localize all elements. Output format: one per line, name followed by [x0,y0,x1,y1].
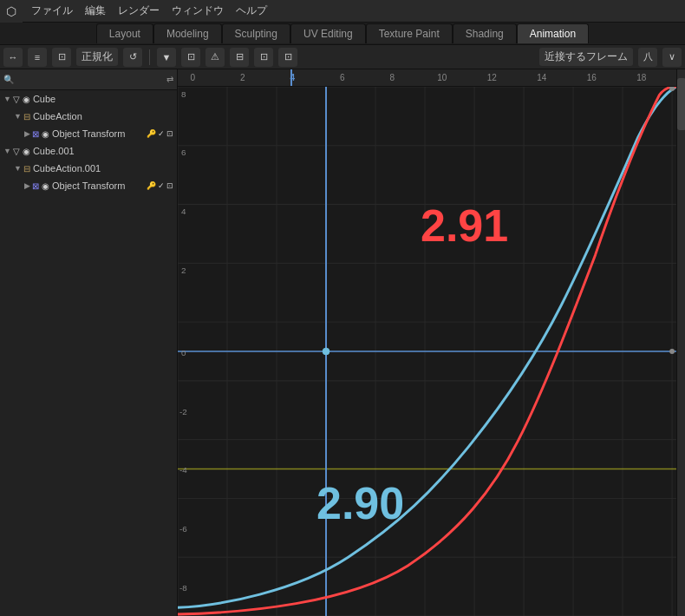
arrow-icon: ▼ [3,95,11,103]
outliner-object-transform-2[interactable]: ▶ ⊠ ◉ Object Transform 🔑 ✓ ⊡ [0,177,177,194]
right-scrollbar[interactable] [676,69,685,616]
box-icon: ⊡ [166,181,173,190]
svg-text:0: 0 [181,348,186,357]
menu-edit[interactable]: 編集 [80,2,111,20]
object-type-icon: ▽ [13,95,20,104]
red-curve-label: 2.91 [421,200,508,252]
tl-num-14: 14 [537,73,546,82]
outliner-cubeaction001[interactable]: ▼ ⊟ CubeAction.001 [0,160,177,177]
tl-num-18: 18 [636,73,646,82]
svg-text:6: 6 [181,147,186,157]
filter-lines-icon[interactable]: ⊟ [230,48,249,67]
scrollbar-thumb[interactable] [677,78,685,130]
action-type-icon: ⊟ [23,112,30,121]
outliner-cube[interactable]: ▼ ▽ ◉ Cube [0,90,177,108]
outliner-cube-name: Cube [33,94,173,104]
arrow-icon: ▼ [14,112,22,121]
tab-modeling[interactable]: Modeling [153,23,222,43]
svg-text:-2: -2 [179,407,187,416]
graph-svg: 8 6 4 2 0 -2 -4 -6 -8 [178,87,676,616]
transform-tool-icon[interactable]: ↔ [3,48,23,67]
near-frame-label[interactable]: 近接するフレーム [539,48,633,66]
search-input[interactable] [17,74,166,86]
toolbar-row: ↔ ≡ ⊡ 正規化 ↺ ▼ ⊡ ⚠ ⊟ ⊡ ⊡ 近接するフレーム 八 ∨ [0,45,685,69]
arrow-icon: ▼ [3,147,11,155]
frame-chevron-icon[interactable]: ∨ [662,48,682,67]
key-icon: 🔑 [147,129,156,138]
frame-count-icon[interactable]: 八 [638,48,657,67]
sync-icon[interactable]: ⇄ [166,75,173,84]
svg-text:2: 2 [181,265,186,275]
tl-num-16: 16 [587,73,597,82]
tab-sculpting[interactable]: Sculpting [222,23,290,43]
menu-help[interactable]: ヘルプ [231,2,272,20]
svg-text:-8: -8 [179,583,187,593]
svg-text:-6: -6 [179,524,187,534]
tl-num-6: 6 [340,73,345,82]
normalize-label[interactable]: 正規化 [76,48,118,66]
svg-text:4: 4 [181,206,186,216]
svg-text:8: 8 [181,89,186,99]
blender-logo: ⬡ [0,0,23,23]
key-icon: 🔑 [147,181,156,190]
filter-warn-icon[interactable]: ⚠ [206,48,225,67]
transform-type-icon: ⊠ [32,129,39,139]
blue-curve-label: 2.90 [316,477,404,529]
graph-editor[interactable]: 0 2 4 6 8 10 12 14 16 18 [178,69,676,616]
menu-render[interactable]: レンダー [113,2,165,20]
svg-text:-4: -4 [179,465,187,475]
outliner-object-transform-1[interactable]: ▶ ⊠ ◉ Object Transform 🔑 ✓ ⊡ [0,125,177,142]
arrow-icon: ▼ [14,164,22,173]
workspace-tabs: Layout Modeling Sculpting UV Editing Tex… [0,23,685,45]
tl-num-8: 8 [389,73,395,82]
outliner-cube001-name: Cube.001 [33,146,173,156]
transform-type-icon: ⊠ [32,181,39,191]
tab-animation[interactable]: Animation [517,23,589,43]
tab-shading[interactable]: Shading [453,23,517,43]
item-action-icons-1: 🔑 ✓ ⊡ [147,129,173,138]
menu-file[interactable]: ファイル [26,2,78,20]
filter-extra-icon[interactable]: ⊡ [278,48,297,67]
box-icon: ⊡ [166,129,173,138]
tab-texture-paint[interactable]: Texture Paint [366,23,453,43]
eye-icon: ◉ [23,95,30,104]
separator-1 [149,49,150,65]
menu-items: ファイル 編集 レンダー ウィンドウ ヘルプ [23,2,276,20]
eye-icon: ◉ [42,129,49,139]
refresh-icon[interactable]: ↺ [123,48,142,67]
graph-canvas[interactable]: 8 6 4 2 0 -2 -4 -6 -8 [178,87,676,616]
tl-num-10: 10 [437,73,447,82]
tab-uv-editing[interactable]: UV Editing [290,23,366,43]
arrow-icon: ▶ [24,129,30,138]
filter-box-icon[interactable]: ⊡ [181,48,200,67]
filter-view-icon[interactable]: ⊡ [254,48,273,67]
eye-icon: ◉ [42,181,49,191]
top-menu-bar: ⬡ ファイル 編集 レンダー ウィンドウ ヘルプ [0,0,685,23]
main-area: 🔍 ⇄ ▼ ▽ ◉ Cube ▼ ⊟ CubeAction ▶ ⊠ ◉ Obje… [0,69,685,616]
tab-layout[interactable]: Layout [96,23,153,43]
outliner-panel: 🔍 ⇄ ▼ ▽ ◉ Cube ▼ ⊟ CubeAction ▶ ⊠ ◉ Obje… [0,69,178,616]
search-bar: 🔍 ⇄ [0,69,177,90]
check-icon: ✓ [158,129,165,138]
timeline-numbers: 0 2 4 6 8 10 12 14 16 18 [178,69,676,87]
outliner-cube001[interactable]: ▼ ▽ ◉ Cube.001 [0,142,177,160]
object-type-icon: ▽ [13,147,20,156]
outliner-transform-name-1: Object Transform [52,128,145,139]
outliner-cubeaction[interactable]: ▼ ⊟ CubeAction [0,108,177,125]
search-icon: 🔍 [3,75,14,84]
normalize-box-icon[interactable]: ⊡ [52,48,71,67]
filter-dropdown-icon[interactable]: ▼ [157,48,176,67]
check-icon: ✓ [158,181,165,190]
outliner-transform-name-2: Object Transform [52,180,145,191]
tl-num-12: 12 [487,73,497,82]
action-type-icon: ⊟ [23,164,30,174]
svg-point-33 [323,348,329,355]
svg-point-34 [669,349,675,354]
tl-num-4: 4 [290,73,295,82]
outliner-cubeaction-name: CubeAction [33,111,173,121]
tl-num-2: 2 [240,73,245,82]
item-action-icons-2: 🔑 ✓ ⊡ [147,181,173,190]
menu-window[interactable]: ウィンドウ [166,2,229,20]
eye-icon: ◉ [23,147,30,156]
menu-icon[interactable]: ≡ [28,48,47,67]
